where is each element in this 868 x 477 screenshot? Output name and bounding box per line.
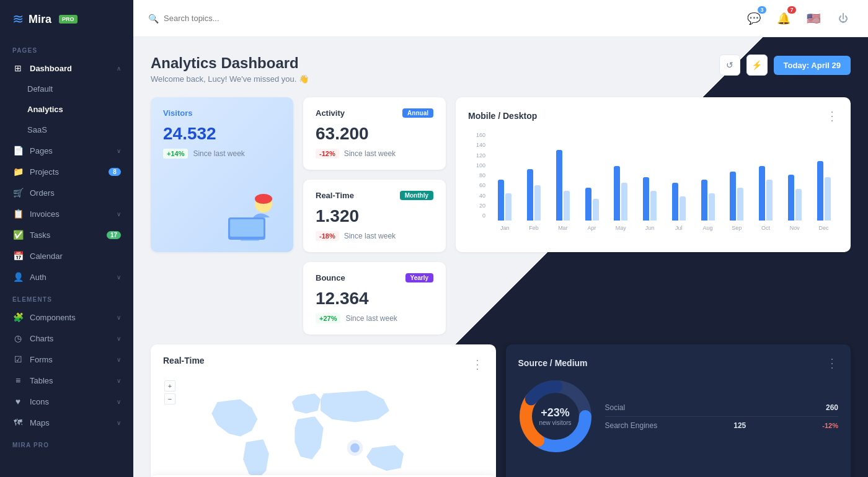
realtime-label2: Real-Time	[316, 191, 354, 200]
sidebar-item-orders[interactable]: 🛒 Orders	[0, 182, 133, 203]
pages-label: Pages	[30, 146, 110, 155]
bar-label: Jun	[645, 225, 655, 231]
sidebar-item-pages[interactable]: 📄 Pages ∨	[0, 140, 133, 161]
chart-menu-icon[interactable]: ⋮	[826, 108, 838, 123]
invoices-icon: 📋	[12, 209, 24, 219]
bar-group-feb: Feb	[520, 169, 549, 231]
bounce-foot2: +27% Since last week	[316, 313, 433, 323]
orders-label: Orders	[30, 188, 121, 198]
bar-pair	[556, 150, 570, 221]
sidebar-item-components[interactable]: 🧩 Components ∨	[0, 307, 133, 328]
sidebar-item-projects[interactable]: 📁 Projects 8	[0, 161, 133, 182]
maps-icon: 🗺	[12, 418, 24, 427]
tables-label: Tables	[30, 376, 110, 385]
bar-desktop	[766, 180, 773, 221]
bar-desktop	[621, 183, 627, 221]
bar-label: Jan	[500, 225, 510, 231]
source-title: Source / Medium	[518, 358, 588, 368]
sidebar-item-auth[interactable]: 👤 Auth ∨	[0, 266, 133, 287]
sidebar-item-analytics[interactable]: Analytics	[0, 99, 133, 120]
map-menu-icon[interactable]: ⋮	[471, 357, 484, 372]
activity-val2: 63.200	[316, 124, 433, 144]
sidebar-item-dashboard[interactable]: ⊞ Dashboard ∧	[0, 58, 133, 79]
donut-pct: +23%	[539, 406, 571, 419]
map-zoom-in[interactable]: +	[164, 380, 175, 392]
search-wrap: 🔍	[148, 14, 734, 24]
sidebar-item-tasks[interactable]: ✅ Tasks 17	[0, 224, 133, 245]
bar-mobile	[556, 150, 562, 221]
orders-icon: 🛒	[12, 188, 24, 198]
charts-icon: ◷	[12, 333, 24, 343]
forms-label: Forms	[30, 355, 110, 364]
activity-head2: Activity Annual	[316, 108, 433, 118]
notifications-btn[interactable]: 💬 3	[744, 9, 764, 28]
language-btn[interactable]: 🇺🇸	[804, 9, 823, 28]
search-value: 125	[733, 421, 746, 430]
sidebar-item-charts[interactable]: ◷ Charts ∨	[0, 328, 133, 349]
chevron-icon5: ∨	[117, 335, 121, 342]
bar-mobile	[817, 161, 823, 221]
sidebar-item-forms[interactable]: ☑ Forms ∨	[0, 349, 133, 370]
activity-chg2: -12%	[316, 149, 339, 159]
svg-rect-1	[230, 219, 264, 237]
sidebar-item-maps[interactable]: 🗺 Maps ∨	[0, 412, 133, 433]
chart-head: Mobile / Desktop ⋮	[468, 108, 838, 123]
projects-badge: 8	[108, 168, 121, 176]
source-head: Source / Medium ⋮	[518, 356, 839, 370]
bar-group-jul: Jul	[665, 183, 694, 231]
bar-label: Aug	[703, 225, 713, 231]
bar-group-oct: Oct	[751, 166, 781, 231]
sidebar-item-icons[interactable]: ♥ Icons ∨	[0, 391, 133, 412]
section-pages: PAGES	[0, 38, 133, 58]
pro-badge: PRO	[59, 15, 78, 24]
sidebar-item-default[interactable]: Default	[0, 79, 133, 99]
page-content: .rebuilt-page { width: 100%; } .rebuilt-…	[133, 37, 868, 477]
bar-pair	[527, 169, 541, 221]
components-label: Components	[30, 313, 110, 322]
sidebar-item-invoices[interactable]: 📋 Invoices ∨	[0, 203, 133, 224]
chevron-icon2: ∨	[117, 211, 121, 217]
sidebar-item-calendar[interactable]: 📅 Calendar	[0, 245, 133, 266]
topbar: 🔍 💬 3 🔔 7 🇺🇸 ⏻	[133, 0, 868, 37]
svg-point-6	[347, 440, 363, 456]
bottom-grid: Real-Time ⋮ + −	[151, 344, 851, 477]
filter-btn2[interactable]: ⚡	[746, 55, 768, 76]
refresh-icon2: ↺	[726, 60, 733, 70]
world-map	[169, 379, 484, 477]
map-title: Real-Time	[163, 356, 205, 365]
realtime-chg2: -18%	[316, 231, 339, 241]
tables-icon: ≡	[12, 375, 24, 385]
bell-btn[interactable]: 🔔 7	[774, 9, 794, 28]
realtime-foot2: -18% Since last week	[316, 231, 433, 241]
refresh-btn2[interactable]: ↺	[719, 55, 740, 76]
search-input[interactable]	[164, 14, 734, 23]
source-body: +23% new visitors Social 260 Search Engi…	[518, 379, 839, 453]
bar-desktop	[737, 188, 743, 221]
chevron-icon6: ∨	[117, 356, 121, 363]
power-btn[interactable]: ⏻	[833, 9, 853, 28]
source-menu-icon[interactable]: ⋮	[826, 356, 838, 370]
dashboard-label: Dashboard	[30, 64, 110, 73]
bar-label: Feb	[529, 225, 539, 231]
bar-group-sep: Sep	[722, 172, 751, 231]
bar-pair	[585, 188, 599, 221]
svg-point-3	[255, 194, 272, 204]
rebuilt-title: Analytics Dashboard	[151, 55, 309, 72]
sidebar-item-saas[interactable]: SaaS	[0, 120, 133, 140]
saas-label: SaaS	[27, 125, 121, 134]
section-elements: ELEMENTS	[0, 287, 133, 307]
bar-pair	[817, 161, 831, 221]
map-zoom-out[interactable]: −	[164, 393, 175, 405]
map-controls: + −	[164, 380, 175, 405]
bar-mobile	[527, 169, 533, 221]
sidebar-item-tables[interactable]: ≡ Tables ∨	[0, 370, 133, 391]
bar-desktop	[593, 199, 599, 221]
bar-mobile	[759, 166, 765, 221]
sidebar: ≋ Mira PRO PAGES ⊞ Dashboard ∧ Default A…	[0, 0, 133, 477]
calendar-icon: 📅	[12, 251, 24, 261]
bar-label: May	[616, 225, 626, 231]
bar-mobile	[788, 175, 794, 221]
bar-mobile	[701, 180, 707, 221]
logo-icon: ≋	[12, 11, 24, 27]
today-btn2[interactable]: Today: April 29	[774, 56, 851, 75]
